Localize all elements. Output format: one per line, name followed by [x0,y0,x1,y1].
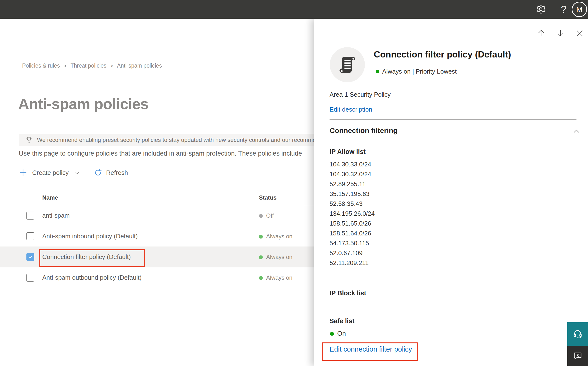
ip-entry: 134.195.26.0/24 [330,209,375,219]
ip-entry: 52.58.35.43 [330,199,375,209]
status-dot-on [376,70,379,73]
policy-name: Connection filter policy (Default) [42,253,131,261]
policy-description: Area 1 Security Policy [330,91,390,98]
edit-connection-filter-policy-link[interactable]: Edit connection filter policy [330,345,412,353]
divider [330,119,576,120]
status-text: Always on | Priority Lowest [382,68,457,75]
status-dot-on [259,255,263,259]
policy-details-flyout: Connection filter policy (Default) Alway… [314,19,588,366]
row-checkbox[interactable] [26,274,34,282]
status-dot-on [259,276,263,280]
ip-allow-list: 104.30.33.0/24 104.30.32.0/24 52.89.255.… [330,160,375,268]
status-label: Always on [266,274,292,281]
status-label: Always on [266,233,292,240]
arrow-up-icon [537,29,546,38]
status-dot-on [259,235,263,238]
gear-icon [535,4,546,16]
flyout-title: Connection filter policy (Default) [374,50,511,60]
feedback-chat-button[interactable] [567,346,588,366]
create-policy-label: Create policy [32,169,69,176]
status-label: Always on [266,254,292,260]
settings-button[interactable] [534,3,547,16]
refresh-icon [94,169,102,176]
page-description: Use this page to configure policies that… [19,150,302,157]
ip-entry: 52.0.67.109 [330,248,375,258]
plus-icon [19,168,27,177]
policy-avatar [330,47,365,82]
help-button[interactable]: ? [558,2,570,16]
section-connection-filtering[interactable]: Connection filtering [330,127,581,137]
ip-entry: 52.89.255.11 [330,179,375,189]
flyout-status-line: Always on | Priority Lowest [376,68,457,75]
ip-entry: 54.173.50.115 [330,238,375,248]
create-policy-button[interactable]: Create policy [19,168,80,177]
ip-entry: 158.51.65.0/26 [330,219,375,229]
breadcrumb: Policies & rules > Threat policies > Ant… [22,62,162,69]
breadcrumb-current-page: Anti-spam policies [117,62,162,69]
previous-item-button[interactable] [536,28,546,38]
ip-entry: 104.30.32.0/24 [330,169,375,179]
next-item-button[interactable] [555,28,566,38]
page-title: Anti-spam policies [18,95,148,113]
avatar-initial: M [576,5,582,14]
safe-list-status-text: On [337,330,346,337]
chat-icon [573,351,583,361]
ip-block-list-label: IP Block list [330,290,366,297]
breadcrumb-separator-icon: > [110,63,113,69]
top-app-bar: ? M [0,0,588,19]
status-dot-off [259,214,263,218]
row-checkbox[interactable] [26,212,34,220]
headset-icon [572,329,583,339]
policy-name: Anti-spam outbound policy (Default) [42,274,141,281]
chevron-down-icon [74,169,80,176]
refresh-label: Refresh [106,169,128,176]
toolbar: Create policy Refresh [19,166,128,179]
row-checkbox-checked[interactable] [26,253,34,261]
arrow-down-icon [556,29,565,38]
ip-entry: 158.51.64.0/26 [330,229,375,238]
policy-name: Anti-spam inbound policy (Default) [42,233,138,240]
safe-list-status: On [330,330,346,337]
ip-allow-list-label: IP Allow list [330,148,366,156]
chevron-up-icon[interactable] [573,128,580,135]
ip-entry: 104.30.33.0/24 [330,160,375,169]
lightbulb-icon [25,136,33,144]
close-flyout-button[interactable] [574,28,585,38]
status-label: Off [266,212,274,219]
ip-entry: 35.157.195.63 [330,189,375,199]
section-title: Connection filtering [330,127,397,134]
column-header-name[interactable]: Name [42,194,58,201]
row-checkbox[interactable] [26,232,34,240]
edit-description-link[interactable]: Edit description [330,106,372,113]
ip-entry: 52.11.209.211 [330,258,375,268]
breadcrumb-threat-policies[interactable]: Threat policies [71,62,107,69]
question-mark-icon: ? [561,4,566,15]
status-dot-on [330,332,334,336]
account-avatar[interactable]: M [572,2,587,17]
close-icon [575,29,584,38]
policy-name: anti-spam [42,212,70,219]
safe-list-label: Safe list [330,317,354,325]
column-header-status[interactable]: Status [259,194,276,201]
breadcrumb-policies-rules[interactable]: Policies & rules [22,62,60,69]
breadcrumb-separator-icon: > [64,63,66,69]
refresh-button[interactable]: Refresh [94,169,128,176]
scroll-icon [338,55,357,75]
banner-text: We recommend enabling preset security po… [37,137,316,143]
checkmark-icon [28,254,33,260]
support-button[interactable] [567,322,588,346]
